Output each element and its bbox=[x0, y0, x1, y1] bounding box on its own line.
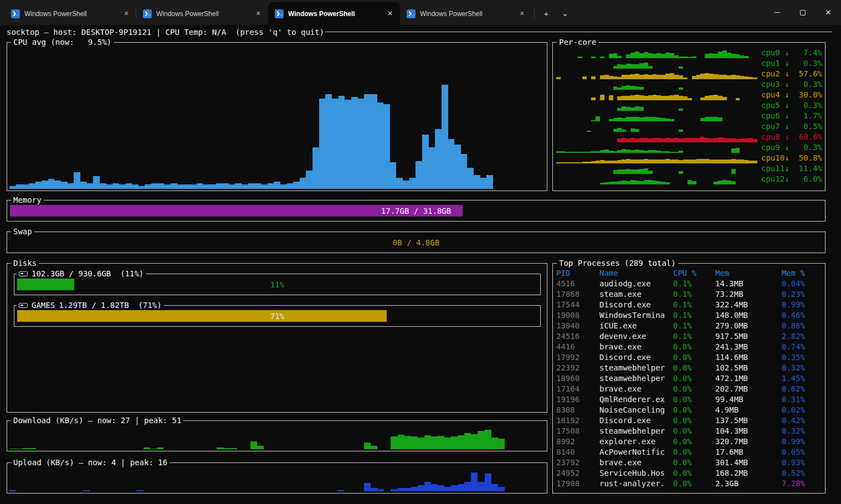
process-cpu-pct: 0.0% bbox=[673, 373, 715, 384]
process-table-header: PID Name CPU % Mem Mem % bbox=[556, 268, 823, 279]
process-cpu-pct: 0.0% bbox=[673, 363, 715, 373]
process-mem-pct: 1.45% bbox=[782, 373, 823, 384]
col-pid: PID bbox=[556, 268, 599, 279]
process-row: 24516 devenv.exe 0.1% 917.5MB 2.82% bbox=[556, 331, 823, 342]
process-pid: 22392 bbox=[556, 363, 599, 373]
process-mem-pct: 0.86% bbox=[782, 321, 823, 331]
process-row: 24952 ServiceHub.Hos 0.0% 168.2MB 0.52% bbox=[556, 468, 823, 479]
new-tab-button[interactable]: + bbox=[538, 5, 555, 22]
process-cpu-pct: 0.0% bbox=[673, 479, 715, 489]
process-mem-pct: 7.28% bbox=[782, 479, 823, 489]
disk-games-pct-label: 71% bbox=[14, 310, 540, 322]
disk-games-label: 1.29TB / 1.82TB (71%) bbox=[59, 300, 161, 311]
core-usage-value: 0.5% bbox=[803, 121, 822, 132]
process-name: steam.exe bbox=[599, 289, 673, 300]
tab-strip: ❯_ Windows PowerShell ✕ ❯_ Windows Power… bbox=[0, 0, 532, 25]
core-sparkline bbox=[556, 70, 757, 79]
process-mem: 102.5MB bbox=[715, 363, 782, 373]
core-label: cpu2 ↓ 57.6% bbox=[761, 69, 822, 79]
process-mem: 114.6MB bbox=[715, 352, 782, 363]
core-label: cpu10↓ 50.8% bbox=[761, 153, 822, 163]
process-pid: 8140 bbox=[556, 447, 599, 457]
memory-panel: Memory 17.7GB / 31.8GB bbox=[7, 200, 825, 222]
process-cpu-pct: 0.1% bbox=[673, 321, 715, 331]
core-usage-value: 0.3% bbox=[803, 58, 822, 69]
core-name: cpu2 ↓ bbox=[761, 69, 789, 79]
process-cpu-pct: 0.0% bbox=[673, 394, 715, 405]
per-core-row: cpu1 ↓ 0.3% bbox=[556, 58, 822, 69]
process-mem-pct: 0.04% bbox=[782, 279, 823, 289]
close-button[interactable]: ✕ bbox=[816, 0, 841, 25]
process-mem: 99.4MB bbox=[715, 394, 782, 405]
process-cpu-pct: 0.1% bbox=[673, 289, 715, 300]
process-mem-pct: 0.46% bbox=[782, 310, 823, 321]
minimize-button[interactable] bbox=[765, 0, 790, 25]
tab-close-icon[interactable]: ✕ bbox=[254, 9, 263, 18]
process-mem-pct: 0.23% bbox=[782, 289, 823, 300]
core-label: cpu8 ↓ 60.6% bbox=[761, 132, 822, 142]
core-sparkline bbox=[556, 143, 757, 153]
process-name: brave.exe bbox=[599, 384, 673, 394]
process-name: steamwebhelper bbox=[599, 373, 673, 384]
process-row: 17868 steam.exe 0.1% 73.2MB 0.23% bbox=[556, 289, 823, 300]
process-table: PID Name CPU % Mem Mem % 4516 audiodg.ex… bbox=[556, 268, 823, 489]
process-mem: 73.2MB bbox=[715, 289, 782, 300]
process-name: Discord.exe bbox=[599, 352, 673, 363]
core-label: cpu1 ↓ 0.3% bbox=[761, 58, 822, 69]
per-core-row: cpu11↓ 11.4% bbox=[556, 163, 822, 174]
core-name: cpu1 ↓ bbox=[761, 58, 789, 69]
process-pid: 4416 bbox=[556, 342, 599, 352]
tab-windows-powershell[interactable]: ❯_ Windows PowerShell ✕ bbox=[268, 2, 400, 25]
process-row: 23792 brave.exe 0.0% 301.4MB 0.93% bbox=[556, 457, 823, 468]
disk-games-name: GAMES bbox=[32, 300, 55, 311]
process-cpu-pct: 0.1% bbox=[673, 331, 715, 342]
window-controls: ✕ bbox=[765, 0, 841, 25]
tab-close-icon[interactable]: ✕ bbox=[517, 9, 526, 18]
process-name: QmlRenderer.ex bbox=[599, 394, 673, 405]
process-cpu-pct: 0.1% bbox=[673, 279, 715, 289]
tab-windows-powershell[interactable]: ❯_ Windows PowerShell ✕ bbox=[400, 2, 532, 25]
core-name: cpu0 ↓ bbox=[761, 48, 789, 58]
process-mem: 4.9MB bbox=[715, 405, 782, 415]
memory-title: Memory bbox=[11, 196, 44, 205]
process-row: 19008 WindowsTermina 0.1% 148.0MB 0.46% bbox=[556, 310, 823, 321]
process-mem-pct: 0.74% bbox=[782, 342, 823, 352]
tab-close-icon[interactable]: ✕ bbox=[386, 9, 394, 18]
core-sparkline bbox=[556, 80, 757, 90]
powershell-icon: ❯_ bbox=[11, 9, 20, 18]
col-mem-pct: Mem % bbox=[782, 268, 823, 279]
process-mem-pct: 0.02% bbox=[782, 405, 823, 415]
core-label: cpu11↓ 11.4% bbox=[761, 163, 822, 174]
core-usage-value: 0.3% bbox=[803, 100, 822, 111]
process-name: NoiseCanceling bbox=[599, 405, 673, 415]
process-cpu-pct: 0.0% bbox=[673, 457, 715, 468]
tab-windows-powershell[interactable]: ❯_ Windows PowerShell ✕ bbox=[4, 2, 136, 25]
tab-dropdown-button[interactable]: ⌄ bbox=[557, 5, 573, 22]
process-row: 17908 rust-analyzer. 0.0% 2.3GB 7.28% bbox=[556, 479, 823, 489]
core-name: cpu4 ↓ bbox=[761, 90, 789, 100]
maximize-button[interactable] bbox=[790, 0, 816, 25]
download-chart bbox=[9, 428, 545, 449]
process-cpu-pct: 0.1% bbox=[673, 310, 715, 321]
core-sparkline bbox=[556, 154, 757, 163]
process-name: steamwebhelper bbox=[599, 363, 673, 373]
process-pid: 17508 bbox=[556, 426, 599, 436]
process-name: steamwebhelper bbox=[599, 426, 673, 436]
tab-windows-powershell[interactable]: ❯_ Windows PowerShell ✕ bbox=[136, 2, 268, 25]
process-mem: 301.4MB bbox=[715, 457, 782, 468]
process-mem-pct: 0.35% bbox=[782, 352, 823, 363]
process-name: WindowsTermina bbox=[599, 310, 673, 321]
process-row: 8992 explorer.exe 0.0% 320.7MB 0.99% bbox=[556, 436, 823, 447]
col-mem: Mem bbox=[715, 268, 782, 279]
disk-c-pct-label: 11% bbox=[14, 279, 540, 290]
tab-close-icon[interactable]: ✕ bbox=[122, 9, 131, 18]
maximize-icon bbox=[800, 10, 806, 16]
process-mem: 241.3MB bbox=[715, 342, 782, 352]
process-cpu-pct: 0.0% bbox=[673, 405, 715, 415]
process-pid: 23792 bbox=[556, 457, 599, 468]
core-label: cpu12↓ 6.0% bbox=[761, 174, 822, 184]
core-usage-value: 60.6% bbox=[799, 132, 822, 142]
process-mem-pct: 0.32% bbox=[782, 363, 823, 373]
disk-games-box: GAMES 1.29TB / 1.82TB (71%) 71% bbox=[14, 305, 541, 327]
core-usage-value: 30.0% bbox=[799, 90, 822, 100]
